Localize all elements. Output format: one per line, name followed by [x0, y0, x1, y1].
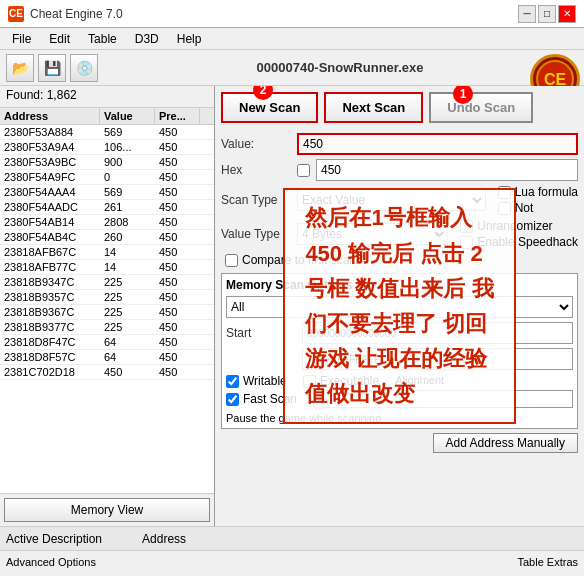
table-row[interactable]: 23818AFB77C 14 450 — [0, 260, 214, 275]
unrandomizer-row: Unrandomizer — [460, 219, 578, 233]
scan-type-select[interactable]: Exact Value — [297, 189, 486, 211]
value-label: Value: — [221, 137, 291, 151]
process-title: 00000740-SnowRunner.exe — [102, 60, 578, 75]
col-prev: Pre... — [155, 108, 200, 124]
cell-address: 2380F54A9FC — [0, 170, 100, 184]
cell-value: 569 — [100, 185, 155, 199]
menu-file[interactable]: File — [4, 30, 39, 48]
table-row[interactable]: 23818B9347C 225 450 — [0, 275, 214, 290]
value-type-row: Value Type 4 Bytes Unrandomizer Enable S… — [221, 219, 578, 249]
fast-scan-checkbox[interactable] — [226, 393, 239, 406]
table-row[interactable]: 23818D8F57C 64 450 — [0, 350, 214, 365]
menu-edit[interactable]: Edit — [41, 30, 78, 48]
cell-prev: 450 — [155, 200, 200, 214]
memory-options-title: Memory Scan Options — [226, 278, 573, 292]
cell-address: 2380F53A884 — [0, 125, 100, 139]
scan-buttons-row: New Scan Next Scan 1 Undo Scan — [221, 92, 578, 123]
table-row[interactable]: 23818AFB67C 14 450 — [0, 245, 214, 260]
undo-scan-button[interactable]: Undo Scan — [429, 92, 533, 123]
open-button[interactable]: 📂 — [6, 54, 34, 82]
add-address-button[interactable]: Add Address Manually — [433, 433, 578, 453]
cell-address: 23818D8F57C — [0, 350, 100, 364]
memory-view-button[interactable]: Memory View — [4, 498, 210, 522]
table-row[interactable]: 2381C702D18 450 450 — [0, 365, 214, 380]
title-bar-left: CE Cheat Engine 7.0 — [8, 6, 123, 22]
advanced-options-label[interactable]: Advanced Options — [6, 556, 96, 568]
col-address: Address — [0, 108, 100, 124]
disk-button[interactable]: 💿 — [70, 54, 98, 82]
table-row[interactable]: 2380F54AB14 2808 450 — [0, 215, 214, 230]
table-row[interactable]: 2380F54AB4C 260 450 — [0, 230, 214, 245]
cell-address: 23818B9347C — [0, 275, 100, 289]
lua-formula-checkbox[interactable] — [498, 186, 511, 199]
table-row[interactable]: 23818B9367C 225 450 — [0, 305, 214, 320]
lua-formula-label: Lua formula — [515, 185, 578, 199]
cell-prev: 450 — [155, 185, 200, 199]
table-row[interactable]: 2380F53A9A4 106... 450 — [0, 140, 214, 155]
speedhack-checkbox[interactable] — [460, 236, 473, 249]
executable-row: Executable — [303, 374, 379, 388]
cell-prev: 450 — [155, 305, 200, 319]
table-row[interactable]: 2380F53A884 569 450 — [0, 125, 214, 140]
unrandomizer-checkbox[interactable] — [460, 220, 473, 233]
stop-row — [226, 348, 573, 370]
cell-value: 14 — [100, 260, 155, 274]
table-row[interactable]: 2380F54AAA4 569 450 — [0, 185, 214, 200]
table-row[interactable]: 23818D8F47C 64 450 — [0, 335, 214, 350]
cell-extra — [200, 125, 214, 139]
cell-address: 2380F54AAA4 — [0, 185, 100, 199]
cell-address: 2380F54AB14 — [0, 215, 100, 229]
fast-scan-value[interactable] — [313, 390, 573, 408]
main-area: Found: 1,862 Address Value Pre... 2380F5… — [0, 86, 584, 526]
alignment-label: Alignment — [395, 374, 444, 388]
close-button[interactable]: ✕ — [558, 5, 576, 23]
table-row[interactable]: 23818B9377C 225 450 — [0, 320, 214, 335]
table-row[interactable]: 2380F54A9FC 0 450 — [0, 170, 214, 185]
menu-help[interactable]: Help — [169, 30, 210, 48]
address-list-body[interactable]: 2380F53A884 569 450 2380F53A9A4 106... 4… — [0, 125, 214, 493]
hex-value-input[interactable] — [316, 159, 578, 181]
cell-address: 23818B9367C — [0, 305, 100, 319]
table-extras-label[interactable]: Table Extras — [517, 556, 578, 568]
compare-checkbox[interactable] — [225, 254, 238, 267]
table-row[interactable]: 2380F53A9BC 900 450 — [0, 155, 214, 170]
cell-prev: 450 — [155, 125, 200, 139]
not-checkbox[interactable] — [498, 202, 511, 215]
cell-prev: 450 — [155, 170, 200, 184]
cell-prev: 450 — [155, 215, 200, 229]
cell-extra — [200, 170, 214, 184]
memory-type-select[interactable]: All — [226, 296, 573, 318]
scan-type-row: Scan Type Exact Value Lua formula Not — [221, 185, 578, 215]
cell-prev: 450 — [155, 275, 200, 289]
app-icon: CE — [8, 6, 24, 22]
cell-extra — [200, 185, 214, 199]
cell-value: 225 — [100, 320, 155, 334]
value-input[interactable] — [297, 133, 578, 155]
active-desc-label: Active Description — [6, 532, 102, 546]
start-input[interactable] — [302, 322, 573, 344]
table-row[interactable]: 23818B9357C 225 450 — [0, 290, 214, 305]
table-row[interactable]: 2380F54AADC 261 450 — [0, 200, 214, 215]
cell-value: 14 — [100, 245, 155, 259]
maximize-button[interactable]: □ — [538, 5, 556, 23]
cell-extra — [200, 230, 214, 244]
stop-input[interactable] — [302, 348, 573, 370]
minimize-button[interactable]: ─ — [518, 5, 536, 23]
hex-row: Hex — [221, 159, 578, 181]
writable-checkbox[interactable] — [226, 375, 239, 388]
list-header: Address Value Pre... — [0, 108, 214, 125]
cell-extra — [200, 155, 214, 169]
value-row: Value: — [221, 133, 578, 155]
cell-prev: 450 — [155, 230, 200, 244]
menu-table[interactable]: Table — [80, 30, 125, 48]
menu-d3d[interactable]: D3D — [127, 30, 167, 48]
value-type-select[interactable]: 4 Bytes — [297, 223, 448, 245]
cell-extra — [200, 275, 214, 289]
not-label: Not — [515, 201, 534, 215]
cell-value: 106... — [100, 140, 155, 154]
hex-checkbox[interactable] — [297, 164, 310, 177]
executable-checkbox[interactable] — [303, 375, 316, 388]
next-scan-button[interactable]: Next Scan — [324, 92, 423, 123]
save-button[interactable]: 💾 — [38, 54, 66, 82]
fast-scan-label: Fast Scan — [243, 392, 297, 406]
